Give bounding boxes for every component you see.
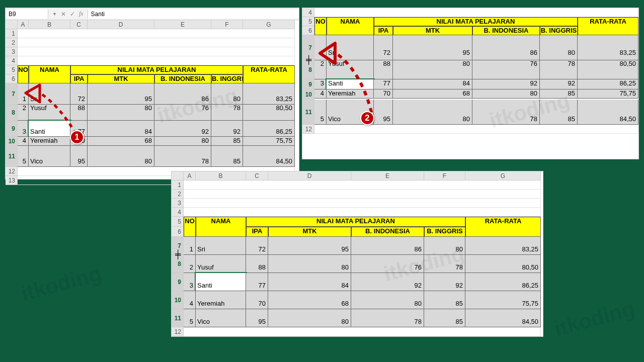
row-header[interactable]: 3 (172, 199, 184, 208)
row-header[interactable]: 1 (6, 29, 18, 38)
row-header[interactable]: 4 (6, 56, 18, 65)
cell[interactable]: 2 (184, 255, 196, 273)
cell[interactable]: 72 (70, 83, 88, 105)
cell[interactable]: 92 (351, 273, 424, 291)
cell[interactable]: 5 (314, 100, 327, 125)
cell[interactable]: 68 (393, 89, 472, 99)
cell[interactable]: 80 (351, 291, 424, 309)
cell[interactable]: 84,50 (578, 100, 638, 125)
col-header[interactable]: E (154, 20, 211, 29)
fx-icon[interactable]: fx (79, 10, 84, 18)
row-header[interactable]: 12 (302, 125, 314, 134)
cell[interactable]: 95 (374, 100, 393, 125)
cell[interactable]: 5 (18, 146, 29, 167)
cell[interactable]: 77 (374, 79, 393, 89)
cell[interactable]: Yusuf (327, 60, 374, 79)
row-header[interactable]: 9 (6, 121, 18, 137)
cell[interactable]: 84,50 (465, 309, 541, 327)
row-header[interactable]: 11 (302, 100, 314, 125)
cell[interactable]: 84 (393, 79, 472, 89)
cell[interactable]: 95 (268, 237, 351, 255)
cell[interactable]: 78 (154, 146, 211, 167)
col-header[interactable]: A (184, 171, 196, 180)
row-header[interactable]: 3 (6, 47, 18, 56)
cell[interactable]: 77 (246, 273, 268, 291)
cell[interactable]: 76 (154, 105, 211, 121)
cell[interactable]: 78 (540, 60, 578, 79)
cell[interactable]: 75,75 (465, 291, 541, 309)
row-header[interactable]: 11 (6, 146, 18, 167)
cell[interactable]: Yeremiah (29, 137, 70, 146)
cell[interactable]: 68 (268, 291, 351, 309)
active-cell[interactable]: Santi (196, 273, 246, 291)
cell[interactable]: 80,50 (578, 60, 638, 79)
cell[interactable]: 75,75 (578, 89, 638, 99)
row-header[interactable]: 11 (172, 309, 184, 327)
col-header[interactable]: B (29, 20, 70, 29)
cell[interactable]: 3 (314, 79, 327, 89)
cell[interactable]: 95 (70, 146, 88, 167)
cell[interactable]: 88 (246, 255, 268, 273)
row-header[interactable]: 5 (302, 17, 314, 26)
cell[interactable]: Yusuf (196, 255, 246, 273)
cell[interactable]: 85 (424, 291, 465, 309)
row-header[interactable]: 9 (172, 273, 184, 291)
col-header[interactable]: D (268, 171, 351, 180)
row-header[interactable]: 2 (172, 190, 184, 199)
cell[interactable]: 85 (540, 89, 578, 99)
col-header[interactable]: G (243, 20, 295, 29)
select-all-corner[interactable] (172, 171, 184, 180)
cell[interactable]: 95 (246, 309, 268, 327)
cell[interactable]: 92 (424, 273, 465, 291)
col-header[interactable]: E (351, 171, 424, 180)
row-header[interactable]: 4 (172, 208, 184, 217)
cell[interactable]: 80 (472, 89, 540, 99)
row-header[interactable]: 9 (302, 79, 314, 89)
col-header[interactable]: F (211, 20, 243, 29)
cell[interactable]: 3 (184, 273, 196, 291)
cell[interactable]: Vico (196, 309, 246, 327)
formula-value[interactable]: Santi (88, 10, 299, 19)
cell[interactable]: 4 (314, 89, 327, 99)
col-header[interactable]: D (88, 20, 154, 29)
cell[interactable]: 85 (424, 309, 465, 327)
cell[interactable]: 95 (88, 83, 154, 105)
cell[interactable]: 78 (351, 309, 424, 327)
col-header[interactable]: B (196, 171, 246, 180)
cell[interactable]: 70 (374, 89, 393, 99)
cell[interactable]: 86 (472, 35, 540, 60)
cell[interactable]: 72 (374, 35, 393, 60)
col-header[interactable]: G (465, 171, 541, 180)
name-box[interactable]: B9 (6, 10, 48, 19)
row-header[interactable]: 12 (6, 167, 18, 176)
cell[interactable]: 80,50 (243, 105, 295, 121)
row-header[interactable]: 6 (172, 227, 184, 237)
cell[interactable]: 84,50 (243, 146, 295, 167)
cell[interactable]: 4 (184, 291, 196, 309)
cell[interactable]: 80 (393, 100, 472, 125)
row-header[interactable]: 12 (172, 327, 184, 336)
cell[interactable]: 2 (314, 60, 327, 79)
cell[interactable]: 2 (18, 105, 29, 121)
col-header[interactable]: F (424, 171, 465, 180)
cell[interactable]: Yusuf (29, 105, 70, 121)
cell[interactable]: 80,50 (465, 255, 541, 273)
cell[interactable]: 83,25 (465, 237, 541, 255)
cell[interactable]: 70 (246, 291, 268, 309)
cell[interactable]: 4 (18, 137, 29, 146)
cell[interactable]: 86,25 (578, 79, 638, 89)
cell[interactable]: 78 (424, 255, 465, 273)
cell[interactable]: 72 (246, 237, 268, 255)
cancel-icon[interactable]: ✕ (61, 11, 66, 18)
cell[interactable]: 92 (540, 79, 578, 89)
cell[interactable]: 95 (393, 35, 472, 60)
col-header[interactable]: C (246, 171, 268, 180)
row-header[interactable]: 10 (302, 89, 314, 100)
cell[interactable]: 1 (314, 35, 327, 60)
col-header[interactable]: C (70, 20, 88, 29)
cell[interactable]: 86,25 (243, 121, 295, 137)
cell[interactable]: 78 (472, 100, 540, 125)
cell[interactable]: 1 (18, 83, 29, 105)
row-header[interactable]: 8 (6, 105, 18, 121)
cell[interactable]: 85 (211, 137, 243, 146)
